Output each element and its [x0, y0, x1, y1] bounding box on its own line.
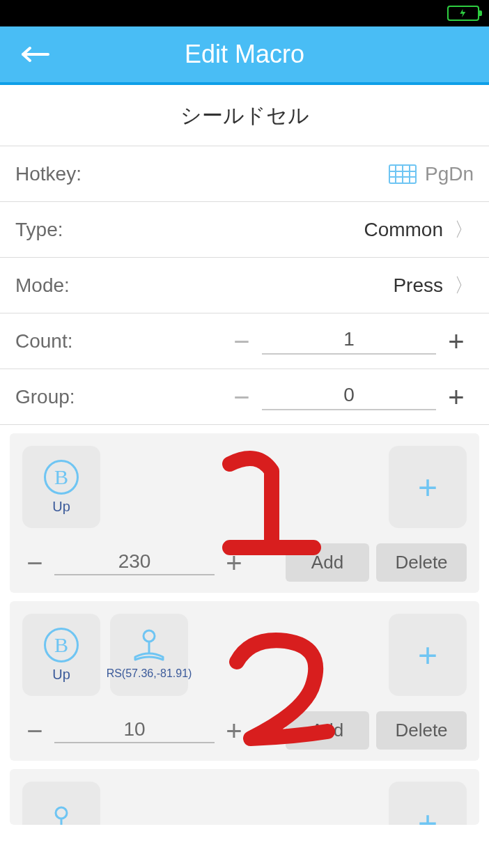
mode-value: Press: [393, 274, 443, 297]
hotkey-label: Hotkey:: [15, 163, 82, 185]
joystick-icon: [130, 629, 169, 662]
mode-row[interactable]: Mode: Press 〉: [0, 257, 489, 313]
count-label: Count:: [15, 330, 73, 352]
add-action-button[interactable]: +: [389, 446, 467, 528]
action-tile-rs[interactable]: [22, 782, 100, 825]
count-row: Count: − 1 +: [0, 313, 489, 369]
b-button-icon: B: [44, 628, 79, 662]
arrow-left-icon: [20, 46, 51, 63]
add-step-button[interactable]: Add: [286, 543, 369, 582]
type-label: Type:: [15, 219, 63, 241]
action-label: Up: [52, 499, 70, 515]
chevron-right-icon: 〉: [454, 217, 474, 243]
step-card: B Up + − 230 + Add Delete: [10, 433, 479, 593]
delay-minus-button[interactable]: −: [22, 717, 47, 745]
add-step-button[interactable]: Add: [286, 711, 369, 750]
steps-list: B Up + − 230 + Add Delete B Up: [0, 424, 489, 825]
macro-name[interactable]: シールドセル: [0, 85, 489, 146]
group-minus-button[interactable]: −: [224, 383, 259, 411]
delete-step-button[interactable]: Delete: [376, 711, 467, 750]
page-title: Edit Macro: [0, 40, 489, 69]
delay-value[interactable]: 230: [54, 550, 215, 575]
plus-icon: +: [418, 804, 437, 826]
plus-icon: +: [418, 468, 437, 506]
delete-step-button[interactable]: Delete: [376, 543, 467, 582]
plus-icon: +: [418, 636, 437, 674]
mode-label: Mode:: [15, 274, 70, 297]
group-label: Group:: [15, 386, 75, 408]
add-action-button[interactable]: +: [389, 782, 467, 825]
hotkey-value: PgDn: [425, 163, 474, 185]
action-tile-b-up[interactable]: B Up: [22, 446, 100, 528]
delay-plus-button[interactable]: +: [222, 549, 247, 577]
count-value[interactable]: 1: [262, 328, 436, 355]
action-tile-rs[interactable]: RS(57.36,-81.91): [110, 614, 188, 696]
hotkey-row[interactable]: Hotkey: PgDn: [0, 146, 489, 201]
add-action-button[interactable]: +: [389, 614, 467, 696]
svg-point-7: [143, 630, 155, 642]
group-row: Group: − 0 +: [0, 369, 489, 424]
group-plus-button[interactable]: +: [439, 383, 474, 411]
type-row[interactable]: Type: Common 〉: [0, 201, 489, 257]
action-tile-b-up[interactable]: B Up: [22, 614, 100, 696]
delay-value[interactable]: 10: [54, 718, 215, 743]
app-header: Edit Macro: [0, 26, 489, 85]
battery-charging-icon: [447, 6, 479, 21]
delay-plus-button[interactable]: +: [222, 717, 247, 745]
action-label: RS(57.36,-81.91): [104, 667, 195, 680]
chevron-right-icon: 〉: [454, 272, 474, 299]
step-card: B Up RS(57.36,-81.91) + − 10 + Add Delet…: [10, 601, 479, 761]
action-label: Up: [52, 667, 70, 683]
back-button[interactable]: [18, 37, 53, 72]
b-button-icon: B: [44, 460, 79, 495]
status-bar: [0, 0, 489, 26]
count-plus-button[interactable]: +: [439, 327, 474, 355]
svg-point-9: [56, 807, 67, 819]
type-value: Common: [364, 219, 443, 241]
keyboard-icon: [389, 164, 417, 185]
step-card: +: [10, 769, 479, 825]
count-minus-button[interactable]: −: [224, 327, 259, 355]
group-value[interactable]: 0: [262, 384, 436, 410]
delay-minus-button[interactable]: −: [22, 549, 47, 577]
joystick-icon: [42, 806, 81, 825]
